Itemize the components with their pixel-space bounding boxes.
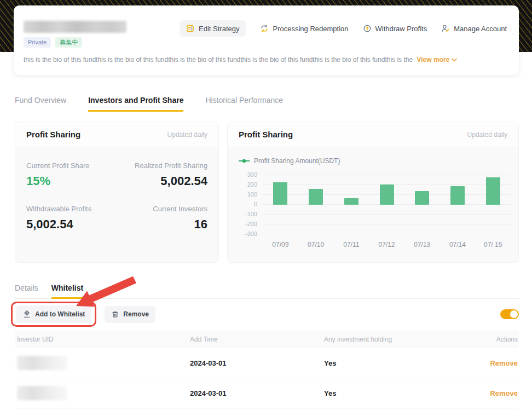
bar-07-13 [415, 191, 429, 205]
stat-withdrawable-profits: Withdrawable Profits 5,002.54 [26, 205, 117, 232]
bar-07-12 [380, 184, 394, 205]
column-investor-uid: Investor UID [15, 336, 189, 343]
whitelist-table: Investor UID Add Time Any investment hol… [15, 331, 519, 408]
investor-uid-redacted [17, 356, 67, 370]
add-time-cell: 2024-03-01 [189, 359, 323, 367]
stat-label: Current Investors [117, 205, 208, 213]
processing-redemption-icon [260, 24, 269, 33]
processing-redemption-label: Processing Redemption [273, 25, 348, 33]
y-tick-label: -100 [245, 211, 257, 217]
stat-value: 5,002.54 [117, 174, 208, 188]
edit-strategy-label: Edit Strategy [199, 25, 239, 33]
trash-icon [111, 310, 119, 319]
legend-marker-icon [239, 159, 250, 163]
bar-cell [298, 175, 334, 234]
manage-account-button[interactable]: Manage Account [441, 24, 507, 33]
withdraw-profits-icon [363, 24, 372, 33]
tab-details[interactable]: Details [15, 284, 38, 299]
stats-grid: Current Profit Share 15% Realized Profit… [15, 147, 218, 246]
tab-fund-overview[interactable]: Fund Overview [15, 96, 66, 112]
bar-chart: Profit Sharing Amount(USDT) 3002001000-1… [228, 147, 518, 249]
table-row: 2024-03-01 Yes Remove [15, 378, 519, 408]
main-tabs: Fund Overview Investors and Profit Share… [15, 96, 283, 112]
bar-07-09 [273, 182, 287, 205]
withdraw-profits-button[interactable]: Withdraw Profits [363, 24, 427, 33]
x-tick-label: 07/14 [440, 241, 476, 249]
stat-current-profit-share: Current Profit Share 15% [26, 161, 117, 188]
fund-header-card: Private 募集中 Edit Strategy Processing Red… [14, 5, 519, 75]
x-tick-label: 07/12 [369, 241, 404, 249]
x-tick-label: 07/10 [298, 241, 334, 249]
x-tick-label: 07/ 15 [475, 241, 511, 249]
tab-historical-performance[interactable]: Historical Performance [205, 96, 283, 112]
profit-sharing-chart-card: Profit Sharing Updated daily Profit Shar… [227, 122, 519, 263]
stat-value: 5,002.54 [26, 217, 117, 232]
bar-cell [440, 175, 476, 234]
tab-whitelist[interactable]: Whitelist [51, 284, 83, 299]
bar-07--15 [486, 177, 500, 205]
toggle-knob [510, 310, 518, 318]
chart-card-header: Profit Sharing Updated daily [228, 122, 518, 147]
detail-tabs: Details Whitelist [15, 284, 519, 299]
stats-card-header: Profit Sharing Updated daily [15, 122, 218, 147]
bar-07-11 [344, 198, 358, 205]
withdraw-profits-label: Withdraw Profits [375, 25, 427, 33]
x-tick-label: 07/09 [263, 241, 298, 249]
edit-strategy-icon [186, 24, 195, 33]
bar-chart-plot [263, 175, 511, 234]
whitelist-toggle[interactable] [500, 309, 519, 319]
add-to-whitelist-button[interactable]: Add to Whitelist [16, 305, 91, 323]
legend-label: Profit Sharing Amount(USDT) [254, 157, 340, 165]
investor-uid-redacted [17, 386, 67, 400]
stat-value: 16 [117, 217, 208, 232]
y-tick-label: -300 [245, 230, 257, 237]
chart-area: 3002001000-100-200-300 [239, 175, 511, 234]
private-badge: Private [24, 37, 51, 48]
edit-strategy-button[interactable]: Edit Strategy [180, 20, 246, 37]
investor-uid-cell [15, 386, 189, 400]
stats-card-updated: Updated daily [167, 131, 207, 138]
y-tick-label: 100 [247, 191, 257, 198]
stat-label: Withdrawable Profits [26, 205, 117, 213]
table-row: 2024-03-01 Yes Remove [15, 348, 519, 378]
page: Private 募集中 Edit Strategy Processing Red… [0, 0, 532, 410]
chart-legend[interactable]: Profit Sharing Amount(USDT) [239, 157, 511, 165]
bar-cell [333, 175, 369, 234]
view-more-link[interactable]: View more [417, 56, 457, 63]
y-tick-label: -200 [245, 221, 257, 227]
remove-button-label: Remove [123, 310, 149, 318]
view-more-label: View more [417, 56, 449, 63]
remove-button[interactable]: Remove [105, 306, 155, 323]
chevron-down-icon [452, 58, 457, 62]
stat-realized-profit-sharing: Realized Profit Sharing 5,002.54 [117, 161, 208, 188]
manage-account-label: Manage Account [454, 25, 507, 33]
chart-card-title: Profit Sharing [239, 130, 293, 139]
badges-row: Private 募集中 [24, 37, 82, 48]
table-header-row: Investor UID Add Time Any investment hol… [15, 331, 519, 348]
stat-value: 15% [26, 174, 117, 188]
bars [263, 175, 511, 234]
processing-redemption-button[interactable]: Processing Redemption [260, 24, 348, 33]
fund-bio: this is the bio of this fundthis is the … [24, 56, 413, 63]
holding-cell: Yes [323, 389, 470, 397]
stat-label: Current Profit Share [26, 161, 117, 170]
y-axis: 3002001000-100-200-300 [239, 175, 257, 234]
recruiting-badge: 募集中 [55, 37, 82, 48]
stat-label: Realized Profit Sharing [117, 161, 208, 170]
tab-investors-and-profit-share[interactable]: Investors and Profit Share [88, 96, 183, 112]
bar-cell [475, 175, 511, 234]
chart-card-updated: Updated daily [467, 131, 507, 138]
bar-cell [404, 175, 440, 234]
x-axis: 07/0907/1007/1107/1207/1307/1407/ 15 [263, 241, 511, 249]
column-add-time: Add Time [189, 336, 323, 343]
bar-cell [263, 175, 298, 234]
row-remove-link[interactable]: Remove [490, 389, 518, 397]
row-remove-link[interactable]: Remove [490, 359, 518, 367]
cards-row: Profit Sharing Updated daily Current Pro… [15, 122, 519, 263]
fund-name-redacted [24, 21, 126, 33]
bar-cell [369, 175, 404, 234]
add-to-whitelist-label: Add to Whitelist [35, 310, 85, 318]
column-actions: Actions [470, 336, 519, 343]
annotation-highlight-box: Add to Whitelist [11, 302, 96, 327]
y-tick-label: 0 [254, 201, 257, 207]
